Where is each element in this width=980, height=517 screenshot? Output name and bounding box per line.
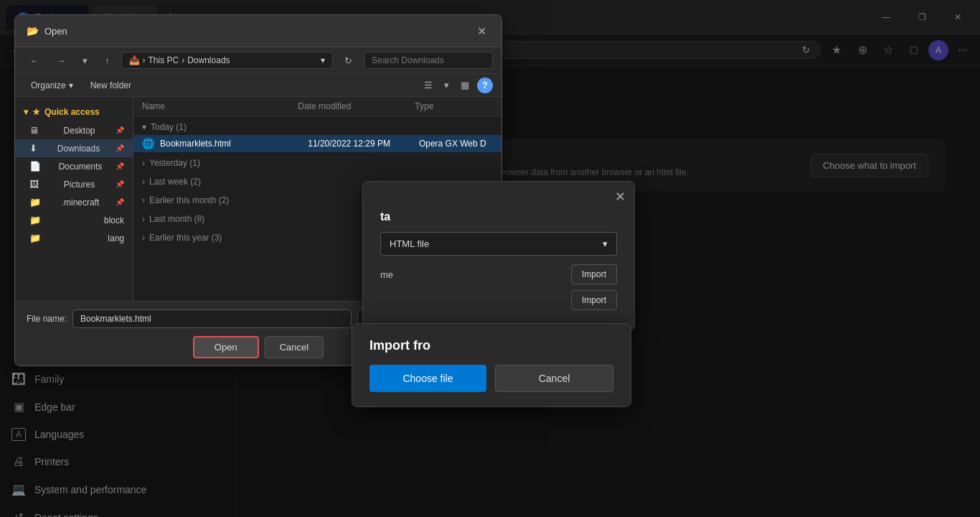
modal-section-title: ta (380, 210, 617, 223)
downloads-pin-icon: 📌 (116, 144, 124, 152)
group-yesterday-label: Yesterday (1) (149, 158, 200, 168)
choose-file-cancel-button[interactable]: Cancel (495, 365, 613, 392)
modal-dropdown-label: HTML file (390, 238, 429, 249)
dialog-refresh-button[interactable]: ↻ (339, 52, 358, 69)
modal-close-button[interactable]: ✕ (615, 189, 626, 205)
pictures-folder-icon: 🖼 (29, 179, 39, 190)
downloads-label: Downloads (57, 144, 100, 154)
organize-toolbar: Organize ▾ New folder ☰ ▾ ▦ ? (15, 74, 501, 97)
sidebar-desktop[interactable]: 🖥 Desktop 📌 (15, 121, 133, 139)
group-last-month-expand-icon: › (142, 214, 145, 224)
organize-dropdown-icon: ▾ (69, 80, 73, 90)
pictures-pin-icon: 📌 (116, 180, 124, 188)
group-today[interactable]: ▾ Today (1) (133, 116, 501, 135)
quick-access-header[interactable]: ▾ ★ Quick access (15, 103, 133, 121)
open-button[interactable]: Open (193, 336, 259, 358)
star-icon: ★ (32, 107, 40, 117)
quick-access-label: Quick access (44, 107, 100, 117)
organize-label: Organize (31, 80, 66, 90)
path-downloads: Downloads (187, 55, 230, 65)
lang-folder-icon: 📁 (29, 233, 41, 243)
modal-import-text1: me (380, 269, 393, 280)
sidebar-lang[interactable]: 📁 lang (15, 229, 133, 247)
group-yesterday-expand-icon: › (142, 158, 145, 168)
dialog-title-area: 📂 Open (27, 25, 67, 37)
path-dropdown-icon[interactable]: ▾ (321, 55, 325, 65)
modal-import-row2: Import (380, 290, 617, 310)
path-part1: › (143, 55, 146, 65)
file-name-bookmarklets: Bookmarklets.html (160, 139, 308, 149)
dialog-title-icon: 📂 (27, 25, 39, 37)
modal-dropdown[interactable]: HTML file ▾ (380, 232, 617, 256)
modal-dropdown-icon: ▾ (603, 238, 608, 249)
desktop-pin-icon: 📌 (116, 126, 124, 134)
group-earlier-month-expand-icon: › (142, 195, 145, 205)
list-view-dropdown[interactable]: ▾ (439, 77, 454, 93)
sidebar-downloads[interactable]: ⬇ Downloads 📌 (15, 139, 133, 157)
col-date: Date modified (298, 101, 415, 111)
minecraft-folder-icon: 📁 (29, 197, 41, 208)
documents-label: Documents (59, 162, 103, 172)
filename-label: File name: (27, 314, 67, 324)
dialog-nav-toolbar: ← → ▾ ↑ 📥 › This PC › Downloads ▾ ↻ (15, 47, 501, 74)
group-today-label: Today (1) (151, 122, 187, 132)
import-modal-header: ✕ (363, 182, 634, 205)
dialog-up-button[interactable]: ↑ (99, 52, 116, 69)
pictures-label: Pictures (64, 180, 95, 190)
quick-access-toggle-icon: ▾ (24, 107, 28, 117)
file-date-bookmarklets: 11/20/2022 12:29 PM (308, 139, 419, 149)
dialog-titlebar: 📂 Open ✕ (15, 15, 501, 47)
path-this-pc: This PC (149, 55, 179, 65)
import-modal-body: ta HTML file ▾ me Import Import (363, 205, 634, 330)
filename-input[interactable] (72, 309, 352, 328)
new-folder-button[interactable]: New folder (83, 78, 138, 93)
organize-button[interactable]: Organize ▾ (24, 78, 80, 93)
file-row-bookmarklets[interactable]: 🌐 Bookmarklets.html 11/20/2022 12:29 PM … (133, 135, 501, 152)
col-name: Name (142, 101, 298, 111)
block-label: block (104, 215, 124, 225)
modal-import-btn1[interactable]: Import (571, 264, 617, 284)
group-last-week-label: Last week (2) (149, 177, 201, 187)
sidebar-documents[interactable]: 📄 Documents 📌 (15, 157, 133, 175)
dialog-forward-button[interactable]: → (50, 52, 71, 69)
group-earlier-month-label: Earlier this month (2) (149, 195, 229, 205)
modal-import-row1: me Import (380, 264, 617, 284)
minecraft-label: .minecraft (62, 197, 100, 208)
documents-folder-icon: 📄 (29, 161, 41, 172)
lang-label: lang (108, 233, 124, 243)
file-list-header: Name Date modified Type (133, 97, 501, 116)
group-earlier-year-expand-icon: › (142, 233, 145, 243)
block-folder-icon: 📁 (29, 215, 41, 225)
list-view-button[interactable]: ☰ (419, 77, 438, 93)
help-button[interactable]: ? (477, 78, 493, 93)
file-type-bookmarklets: Opera GX Web D (419, 139, 493, 149)
col-type: Type (415, 101, 493, 111)
view-toggle: ☰ ▾ ▦ (419, 77, 474, 93)
sidebar-block[interactable]: 📁 block (15, 211, 133, 229)
sidebar-pictures[interactable]: 🖼 Pictures 📌 (15, 175, 133, 193)
desktop-folder-icon: 🖥 (29, 125, 39, 136)
choose-file-title: Import fro (369, 338, 613, 353)
minecraft-pin-icon: 📌 (116, 198, 124, 206)
group-earlier-year-label: Earlier this year (3) (149, 233, 222, 243)
group-yesterday[interactable]: › Yesterday (1) (133, 152, 501, 171)
import-modal: ✕ ta HTML file ▾ me Import Import (362, 181, 635, 331)
modal-import-btn2[interactable]: Import (571, 290, 617, 310)
dialog-back-button[interactable]: ← (24, 52, 44, 69)
desktop-label: Desktop (63, 126, 95, 136)
search-input[interactable] (364, 52, 493, 69)
choose-file-buttons: Choose file Cancel (369, 365, 613, 392)
dialog-title-text: Open (44, 26, 67, 37)
group-today-expand-icon: ▾ (142, 122, 146, 132)
sidebar-minecraft[interactable]: 📁 .minecraft 📌 (15, 193, 133, 211)
dialog-dropdown-button[interactable]: ▾ (77, 52, 93, 69)
dialog-cancel-button[interactable]: Cancel (265, 336, 324, 358)
detail-view-button[interactable]: ▦ (456, 77, 474, 93)
path-separator: › (182, 55, 184, 65)
dialog-close-button[interactable]: ✕ (473, 22, 490, 39)
group-last-week-expand-icon: › (142, 177, 145, 187)
dialog-path-bar[interactable]: 📥 › This PC › Downloads ▾ (121, 52, 334, 69)
group-last-month-label: Last month (8) (149, 214, 204, 224)
choose-file-button[interactable]: Choose file (369, 365, 486, 392)
html-file-icon: 🌐 (142, 138, 154, 149)
